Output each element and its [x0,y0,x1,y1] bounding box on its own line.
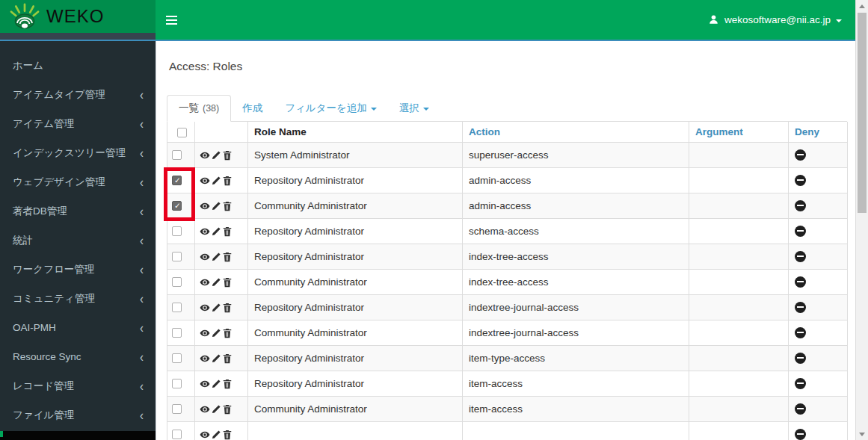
edit-record-button[interactable] [211,277,221,288]
view-record-button[interactable] [200,252,210,262]
column-header-deny[interactable]: Deny [789,122,848,142]
sidebar-item-web-design-mgmt[interactable]: ウェブデザイン管理‹ [0,167,156,196]
user-menu[interactable]: wekosoftware@nii.ac.jp [708,0,842,40]
sidebar-toggle-button[interactable] [158,0,191,40]
column-header-argument[interactable]: Argument [689,122,789,142]
view-record-button[interactable] [200,150,210,161]
view-record-button[interactable] [200,201,210,211]
row-select-checkbox[interactable] [172,379,182,388]
delete-record-button[interactable] [222,404,233,415]
role-name-cell: Repository Administrator [248,218,463,244]
role-name-cell: Repository Administrator [248,167,463,193]
edit-record-button[interactable] [211,303,221,313]
sidebar-item-item-type-mgmt[interactable]: アイテムタイプ管理‹ [0,80,156,109]
row-select-checkbox[interactable] [172,353,182,363]
delete-record-button[interactable] [222,303,233,313]
tab-add-filter[interactable]: フィルターを追加 [274,96,388,121]
delete-record-button[interactable] [222,353,233,364]
sidebar-item-index-tree-mgmt[interactable]: インデックスツリー管理‹ [0,138,156,167]
caret-down-icon [371,108,377,111]
view-record-button[interactable] [200,176,210,186]
row-select-checkbox[interactable] [172,277,182,287]
sidebar-item-statistics[interactable]: 統計‹ [0,226,156,255]
view-record-button[interactable] [200,404,210,415]
view-record-button[interactable] [200,430,210,440]
sidebar-item-home[interactable]: ホーム [0,51,156,80]
action-cell: admin-access [463,193,689,218]
deny-minus-circle-icon [795,353,806,364]
row-select-checkbox[interactable] [172,150,182,160]
role-name-cell: Repository Administrator [248,294,463,320]
edit-record-button[interactable] [211,201,221,211]
table-row: Repository Administrator indextree-journ… [167,294,848,320]
column-header-action[interactable]: Action [463,122,689,142]
row-select-checkbox[interactable] [172,252,182,261]
view-record-button[interactable] [200,226,210,237]
tab-select[interactable]: 選択 [388,96,440,121]
action-cell: schema-access [463,218,689,244]
row-select-checkbox[interactable] [172,201,182,211]
sidebar-item-author-db-mgmt[interactable]: 著者DB管理‹ [0,196,156,226]
delete-record-button[interactable] [222,277,233,288]
row-select-checkbox[interactable] [172,430,182,439]
edit-record-button[interactable] [211,353,221,364]
tab-list[interactable]: 一覧 (38) [167,95,231,122]
edit-record-button[interactable] [211,150,221,161]
table-row: Community Administrator index-tree-acces… [167,269,848,294]
table-row: Repository Administrator item-type-acces… [167,345,848,371]
table-row: Community Administrator admin-access [167,193,848,218]
view-record-button[interactable] [200,328,210,338]
table-row: Repository Administrator schema-access [167,218,848,244]
select-all-checkbox[interactable] [177,128,187,137]
scrollbar-down-arrow[interactable] [856,428,868,440]
sidebar-item-item-mgmt[interactable]: アイテム管理‹ [0,109,156,138]
scrollbar-thumb[interactable] [858,13,867,213]
row-select-checkbox[interactable] [172,176,182,185]
edit-record-button[interactable] [211,430,221,440]
delete-record-button[interactable] [222,176,233,186]
delete-record-button[interactable] [222,328,233,338]
table-row: System Administrator superuser-access [167,142,848,167]
view-record-button[interactable] [200,353,210,364]
deny-minus-circle-icon [795,276,806,288]
edit-record-button[interactable] [211,252,221,262]
role-name-cell: System Administrator [248,142,463,167]
delete-record-button[interactable] [222,150,233,161]
sidebar-item-record-mgmt[interactable]: レコード管理‹ [0,371,156,400]
scrollbar-up-arrow[interactable] [856,0,868,12]
sidebar-bottom-strip [0,431,156,440]
view-record-button[interactable] [200,277,210,288]
chevron-left-icon: ‹ [140,321,144,335]
row-select-checkbox[interactable] [172,303,182,312]
view-record-button[interactable] [200,303,210,313]
chevron-left-icon: ‹ [140,88,144,102]
logo-text: WEKO [46,7,104,25]
edit-record-button[interactable] [211,176,221,186]
tab-create[interactable]: 作成 [231,96,274,121]
chevron-left-icon: ‹ [140,409,144,422]
edit-record-button[interactable] [211,404,221,415]
delete-record-button[interactable] [222,430,233,440]
sidebar-item-oai-pmh[interactable]: OAI-PMH‹ [0,313,156,342]
edit-record-button[interactable] [211,328,221,338]
delete-record-button[interactable] [222,252,233,262]
action-cell: indextree-journal-access [463,294,689,320]
sidebar-item-community-mgmt[interactable]: コミュニティ管理‹ [0,284,156,313]
chevron-left-icon: ‹ [140,263,144,276]
edit-record-button[interactable] [211,379,221,389]
row-select-checkbox[interactable] [172,404,182,414]
app-logo[interactable]: WEKO [0,0,156,33]
weko-logo-icon [10,3,40,30]
row-select-checkbox[interactable] [172,226,182,236]
edit-record-button[interactable] [211,226,221,237]
row-select-checkbox[interactable] [172,328,182,338]
vertical-scrollbar[interactable] [855,0,868,440]
delete-record-button[interactable] [222,379,233,389]
delete-record-button[interactable] [222,226,233,237]
view-record-button[interactable] [200,379,210,389]
sidebar-item-file-mgmt[interactable]: ファイル管理‹ [0,400,156,430]
sidebar-item-resource-sync[interactable]: Resource Sync‹ [0,342,156,371]
sidebar-item-workflow-mgmt[interactable]: ワークフロー管理‹ [0,255,156,284]
delete-record-button[interactable] [222,201,233,211]
argument-cell [689,320,789,345]
